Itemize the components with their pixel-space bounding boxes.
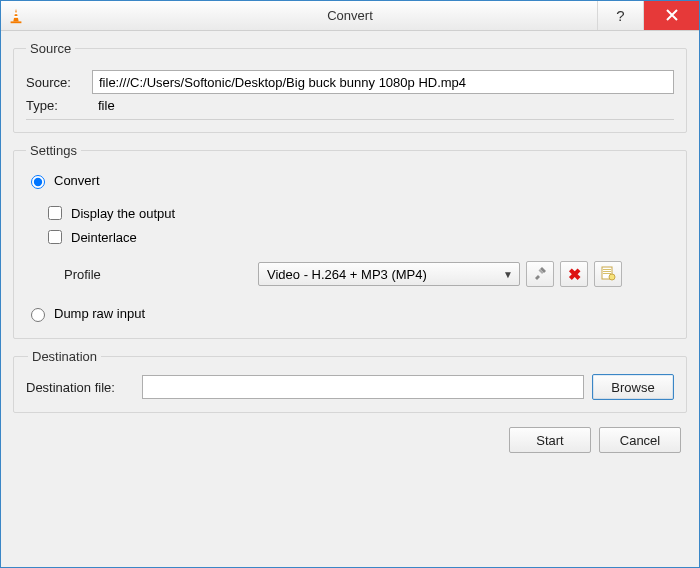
deinterlace-label: Deinterlace: [71, 230, 137, 245]
svg-point-9: [609, 274, 615, 280]
profile-row: Profile Video - H.264 + MP3 (MP4) ▼: [62, 261, 674, 287]
convert-options: Display the output Deinterlace Profile V…: [44, 203, 674, 287]
svg-rect-8: [603, 273, 611, 274]
delete-profile-button[interactable]: ✖: [560, 261, 588, 287]
profile-value: Video - H.264 + MP3 (MP4): [267, 267, 427, 282]
help-button[interactable]: ?: [597, 1, 643, 30]
tools-icon: [532, 265, 548, 284]
svg-rect-2: [14, 16, 18, 18]
dialog-body: Source Source: Type: file Settings Conve…: [1, 31, 699, 567]
source-row: Source:: [26, 70, 674, 94]
svg-marker-0: [13, 8, 18, 21]
destination-group: Destination Destination file: Browse: [13, 349, 687, 413]
source-input[interactable]: [92, 70, 674, 94]
dump-raw-radio-input[interactable]: [31, 308, 45, 322]
titlebar: Convert ?: [1, 1, 699, 31]
destination-legend: Destination: [28, 349, 101, 364]
start-button[interactable]: Start: [509, 427, 591, 453]
window-title: Convert: [1, 8, 699, 23]
close-button[interactable]: [643, 1, 699, 30]
destination-row: Destination file: Browse: [26, 374, 674, 400]
convert-radio-label: Convert: [54, 173, 100, 188]
destination-label: Destination file:: [26, 380, 134, 395]
svg-rect-6: [603, 269, 611, 270]
source-label: Source:: [26, 75, 84, 90]
vlc-cone-icon: [7, 7, 25, 25]
type-label: Type:: [26, 98, 84, 113]
type-row: Type: file: [26, 98, 674, 113]
deinterlace-checkbox[interactable]: Deinterlace: [44, 227, 674, 247]
cancel-button[interactable]: Cancel: [599, 427, 681, 453]
display-output-label: Display the output: [71, 206, 175, 221]
browse-button[interactable]: Browse: [592, 374, 674, 400]
delete-icon: ✖: [568, 265, 581, 284]
svg-rect-1: [14, 12, 17, 14]
convert-dialog: Convert ? Source Source: Type: file: [0, 0, 700, 568]
new-profile-button[interactable]: [594, 261, 622, 287]
source-group: Source Source: Type: file: [13, 41, 687, 133]
profile-label: Profile: [62, 267, 252, 282]
destination-input[interactable]: [142, 375, 584, 399]
dump-raw-radio[interactable]: Dump raw input: [26, 305, 674, 322]
display-output-checkbox[interactable]: Display the output: [44, 203, 674, 223]
dump-raw-label: Dump raw input: [54, 306, 145, 321]
convert-radio-input[interactable]: [31, 175, 45, 189]
display-output-input[interactable]: [48, 206, 62, 220]
edit-profile-button[interactable]: [526, 261, 554, 287]
type-value: file: [98, 98, 115, 113]
source-legend: Source: [26, 41, 75, 56]
settings-legend: Settings: [26, 143, 81, 158]
chevron-down-icon: ▼: [503, 269, 513, 280]
deinterlace-input[interactable]: [48, 230, 62, 244]
dialog-footer: Start Cancel: [13, 423, 687, 455]
svg-rect-3: [11, 21, 22, 23]
window-controls: ?: [597, 1, 699, 30]
svg-rect-7: [603, 271, 611, 272]
settings-group: Settings Convert Display the output Dein…: [13, 143, 687, 339]
close-icon: [666, 7, 678, 24]
help-icon: ?: [616, 7, 624, 24]
new-profile-icon: [600, 265, 616, 284]
profile-dropdown[interactable]: Video - H.264 + MP3 (MP4) ▼: [258, 262, 520, 286]
separator: [26, 119, 674, 120]
convert-radio[interactable]: Convert: [26, 172, 674, 189]
